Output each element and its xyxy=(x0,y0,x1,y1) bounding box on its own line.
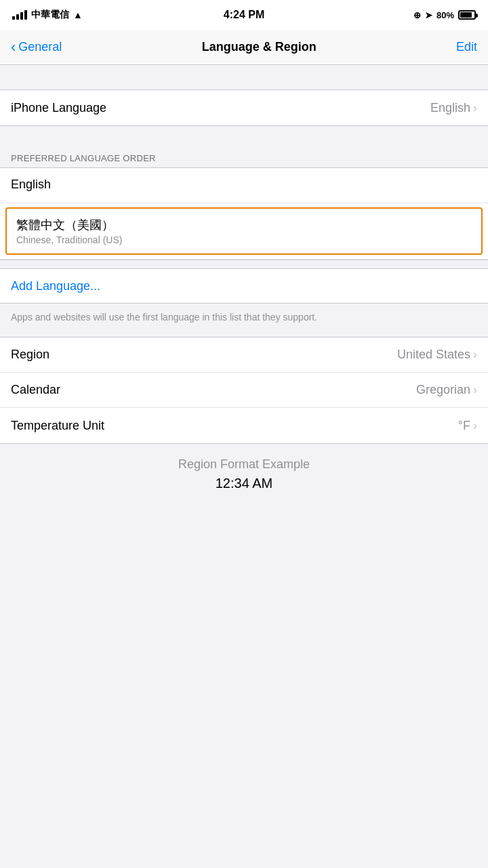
temperature-unit-value-text: °F xyxy=(458,419,470,433)
calendar-value: Gregorian › xyxy=(416,383,477,397)
language-order-spacer xyxy=(0,126,488,146)
add-language-button[interactable]: Add Language... xyxy=(0,268,488,304)
gps-icon: ➤ xyxy=(425,10,432,20)
region-format-time: 12:34 AM xyxy=(11,476,477,491)
page-title: Language & Region xyxy=(202,40,317,54)
iphone-language-value: English › xyxy=(430,101,477,115)
region-chevron-icon: › xyxy=(473,348,477,362)
signal-bars-icon xyxy=(12,10,27,20)
language-item-chinese[interactable]: 繁體中文（美國） Chinese, Traditional (US) xyxy=(5,207,483,255)
location-icon: ⊕ xyxy=(413,10,421,20)
edit-button[interactable]: Edit xyxy=(456,40,477,54)
temperature-unit-row[interactable]: Temperature Unit °F › xyxy=(0,408,488,443)
region-settings-group: Region United States › Calendar Gregoria… xyxy=(0,337,488,444)
language-chinese-primary: 繁體中文（美國） xyxy=(16,217,472,233)
back-button[interactable]: ‹ General xyxy=(11,39,62,56)
region-format-section: Region Format Example 12:34 AM xyxy=(0,444,488,498)
region-label: Region xyxy=(11,348,49,362)
temperature-unit-chevron-icon: › xyxy=(473,419,477,433)
carrier-label: 中華電信 xyxy=(31,9,69,21)
language-list-group: English 繁體中文（美國） Chinese, Traditional (U… xyxy=(0,167,488,260)
language-english-primary: English xyxy=(11,178,477,192)
battery-percent: 80% xyxy=(436,10,454,20)
region-row[interactable]: Region United States › xyxy=(0,337,488,373)
preferred-language-header: PREFERRED LANGUAGE ORDER xyxy=(0,146,488,167)
calendar-row[interactable]: Calendar Gregorian › xyxy=(0,373,488,408)
calendar-chevron-icon: › xyxy=(473,383,477,397)
battery-icon xyxy=(458,10,476,20)
calendar-label: Calendar xyxy=(11,383,60,397)
region-format-title: Region Format Example xyxy=(11,457,477,472)
calendar-value-text: Gregorian xyxy=(416,383,470,397)
status-left: 中華電信 ▲ xyxy=(12,9,83,21)
top-spacer xyxy=(0,65,488,89)
iphone-language-label: iPhone Language xyxy=(11,101,106,115)
iphone-language-chevron-icon: › xyxy=(473,101,477,115)
iphone-language-group: iPhone Language English › xyxy=(0,89,488,126)
status-bar: 中華電信 ▲ 4:24 PM ⊕ ➤ 80% xyxy=(0,0,488,30)
navigation-bar: ‹ General Language & Region Edit xyxy=(0,30,488,65)
language-chinese-secondary: Chinese, Traditional (US) xyxy=(16,234,472,245)
temperature-unit-value: °F › xyxy=(458,419,477,433)
language-item-english[interactable]: English xyxy=(0,168,488,203)
temperature-unit-label: Temperature Unit xyxy=(11,419,104,433)
status-right: ⊕ ➤ 80% xyxy=(413,10,476,20)
back-label: General xyxy=(18,40,62,54)
region-value-text: United States xyxy=(397,348,470,362)
language-item-chinese-wrapper: 繁體中文（美國） Chinese, Traditional (US) xyxy=(0,203,488,260)
iphone-language-value-text: English xyxy=(430,101,470,115)
wifi-icon: ▲ xyxy=(73,9,83,20)
iphone-language-row[interactable]: iPhone Language English › xyxy=(0,90,488,125)
region-value: United States › xyxy=(397,348,477,362)
chevron-left-icon: ‹ xyxy=(11,39,16,56)
language-info-text: Apps and websites will use the first lan… xyxy=(0,304,488,337)
add-language-label: Add Language... xyxy=(11,279,100,293)
status-time: 4:24 PM xyxy=(224,9,264,21)
